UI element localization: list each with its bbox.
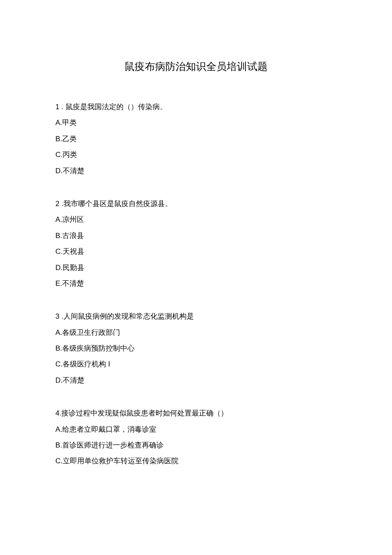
question-1-option-a: A.甲类 (55, 115, 337, 131)
question-stem: .接诊过程中发现疑似鼠疫患者时如何处置最正确（） (59, 409, 228, 417)
question-stem: .人间鼠疫病例的发现和常态化监测机构是 (59, 312, 193, 320)
option-letter: C (55, 457, 61, 465)
question-4-text: 4.接诊过程中发现疑似鼠疫患者时如何处置最正确（） (55, 405, 337, 421)
question-1-option-d: D.不清楚 (55, 163, 337, 179)
question-4: 4.接诊过程中发现疑似鼠疫患者时如何处置最正确（） A.给患者立即戴口罩，消毒诊… (55, 405, 337, 469)
question-3-option-c: C.各级医疗机构 I (55, 356, 337, 372)
option-text: .甲类 (60, 119, 77, 127)
option-letter: D (55, 376, 61, 384)
option-text: .丙类 (61, 151, 77, 159)
option-letter: A (55, 425, 60, 433)
question-4-option-b: B.首诊医师进行进一步检查再确诊 (55, 437, 337, 453)
question-3: 3 .人间鼠疫病例的发现和常态化监测机构是 A.各级卫生行政部门 B.各级疾病预… (55, 308, 337, 388)
question-2-option-b: B.古浪县 (55, 228, 337, 244)
option-text: .立即用单位救护车转运至传染病医院 (61, 457, 179, 465)
question-3-option-a: A.各级卫生行政部门 (55, 325, 337, 340)
question-4-option-a: A.给患者立即戴口罩，消毒诊室 (55, 421, 337, 437)
page-title: 鼠疫布病防治知识全员培训试题 (55, 60, 337, 73)
question-4-option-c: C.立即用单位救护车转运至传染病医院 (55, 453, 337, 469)
option-text: .不清楚 (60, 279, 84, 288)
question-2: 2 .我市哪个县区是鼠疫自然疫源县。 A.凉州区 B.古浪县 C.天祝县 D.民… (55, 196, 337, 291)
option-text: .乙类 (60, 135, 77, 143)
question-3-option-b: B.各级疾病预防控制中心 (55, 340, 337, 356)
option-letter: D (55, 167, 61, 175)
question-stem: . 鼠疫是我国法定的（）传染病。 (59, 103, 167, 111)
option-letter: B (55, 344, 60, 352)
option-text: .首诊医师进行进一步检查再确诊 (60, 441, 164, 449)
option-letter: A (55, 328, 60, 337)
question-1-text: 1 . 鼠疫是我国法定的（）传染病。 (55, 99, 337, 115)
option-text: .古浪县 (60, 232, 84, 240)
option-text: .不清楚 (61, 167, 84, 175)
question-1: 1 . 鼠疫是我国法定的（）传染病。 A.甲类 B.乙类 C.丙类 D.不清楚 (55, 99, 337, 179)
option-letter: B (55, 441, 60, 449)
option-text: .天祝县 (61, 247, 84, 256)
option-letter: C (55, 247, 61, 256)
option-letter: B (55, 232, 60, 240)
option-text: .民勤县 (61, 264, 84, 272)
option-letter: E (55, 279, 60, 288)
question-1-option-c: C.丙类 (55, 147, 337, 163)
option-letter: C (55, 151, 61, 159)
question-2-option-d: D.民勤县 (55, 260, 337, 276)
option-text: .不清楚 (61, 376, 84, 384)
option-letter: C (55, 360, 61, 368)
option-letter: A (55, 119, 60, 127)
option-letter: B (55, 135, 60, 143)
question-2-option-e: E.不清楚 (55, 276, 337, 291)
option-text: .凉州区 (60, 215, 84, 224)
option-text: .给患者立即戴口罩，消毒诊室 (60, 425, 156, 433)
question-3-option-d: D.不清楚 (55, 372, 337, 388)
question-3-text: 3 .人间鼠疫病例的发现和常态化监测机构是 (55, 308, 337, 324)
question-stem: .我市哪个县区是鼠疫自然疫源县。 (59, 200, 172, 208)
question-2-option-a: A.凉州区 (55, 212, 337, 227)
option-letter: A (55, 215, 60, 224)
option-text: .各级疾病预防控制中心 (60, 344, 135, 352)
option-letter: D (55, 264, 61, 272)
option-text: .各级卫生行政部门 (60, 328, 120, 337)
question-2-option-c: C.天祝县 (55, 244, 337, 259)
question-2-text: 2 .我市哪个县区是鼠疫自然疫源县。 (55, 196, 337, 212)
option-text: .各级医疗机构 I (61, 360, 110, 368)
question-1-option-b: B.乙类 (55, 131, 337, 147)
